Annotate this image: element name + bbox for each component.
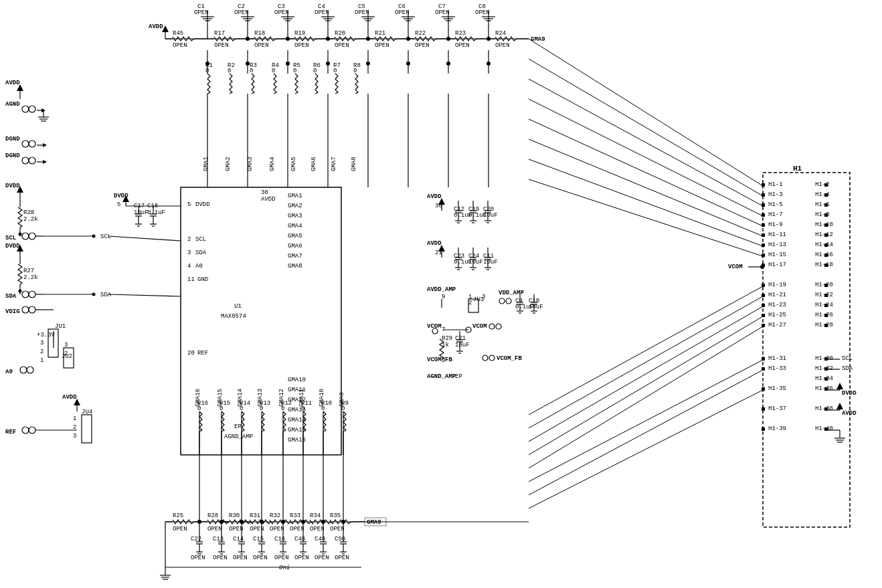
- svg-text:U1: U1: [234, 303, 242, 310]
- svg-text:GMA13: GMA13: [257, 389, 264, 407]
- svg-rect-653: [824, 367, 828, 371]
- svg-text:C49: C49: [315, 536, 325, 543]
- svg-text:H1-36: H1-36: [815, 385, 833, 392]
- svg-text:H1-21: H1-21: [768, 292, 786, 298]
- svg-text:C18: C18: [147, 203, 158, 209]
- svg-text:R31: R31: [250, 512, 260, 519]
- svg-text:R19: R19: [294, 30, 305, 37]
- svg-text:AVDD: AVDD: [427, 193, 442, 200]
- svg-rect-636: [762, 314, 765, 317]
- svg-text:DVDD: DVDD: [842, 390, 857, 397]
- svg-rect-628: [762, 223, 765, 227]
- svg-text:DVDD: DVDD: [195, 201, 210, 208]
- svg-text:OPEN: OPEN: [173, 42, 187, 49]
- svg-text:R28: R28: [207, 512, 218, 519]
- svg-point-367: [246, 62, 250, 66]
- svg-rect-655: [824, 387, 828, 391]
- svg-text:A0: A0: [5, 369, 13, 375]
- svg-point-371: [406, 62, 410, 66]
- svg-text:OPEN: OPEN: [310, 526, 325, 532]
- svg-text:AVDD: AVDD: [427, 240, 442, 247]
- svg-text:OPEN: OPEN: [294, 42, 309, 49]
- svg-text:R24: R24: [495, 30, 506, 37]
- svg-rect-630: [762, 243, 765, 247]
- svg-text:2: 2: [187, 236, 191, 243]
- svg-text:AVDD: AVDD: [149, 23, 163, 30]
- svg-rect-656: [762, 357, 765, 361]
- svg-text:0: 0: [313, 68, 317, 74]
- svg-text:OPEN: OPEN: [495, 42, 510, 49]
- svg-text:AGND: AGND: [5, 101, 20, 108]
- svg-text:R25: R25: [173, 512, 183, 519]
- svg-text:GND: GND: [197, 276, 208, 283]
- svg-text:H1-3: H1-3: [768, 191, 783, 198]
- svg-text:GMA8: GMA8: [351, 157, 357, 171]
- svg-rect-637: [762, 324, 765, 327]
- svg-text:GMA9: GMA9: [339, 392, 345, 407]
- svg-text:R23: R23: [455, 30, 466, 37]
- svg-rect-641: [824, 213, 828, 217]
- svg-rect-645: [824, 254, 828, 257]
- svg-text:VCOM_FB: VCOM_FB: [427, 357, 452, 363]
- svg-text:C14: C14: [233, 536, 244, 543]
- svg-text:H1-15: H1-15: [768, 252, 786, 258]
- svg-text:3: 3: [64, 342, 68, 349]
- svg-text:OPEN: OPEN: [355, 9, 369, 16]
- svg-text:R18: R18: [254, 30, 265, 37]
- svg-text:H1-25: H1-25: [768, 312, 786, 318]
- svg-text:H1-28: H1-28: [815, 322, 833, 328]
- svg-text:3: 3: [482, 294, 485, 300]
- svg-rect-662: [824, 427, 828, 431]
- svg-text:R35: R35: [330, 512, 341, 519]
- svg-text:GMA6: GMA6: [311, 157, 317, 171]
- svg-text:AVDD: AVDD: [261, 196, 276, 203]
- svg-point-370: [366, 62, 370, 66]
- svg-text:0: 0: [293, 68, 296, 74]
- svg-rect-633: [762, 284, 765, 287]
- svg-text:VCOM: VCOM: [728, 264, 743, 270]
- svg-text:H1-7: H1-7: [768, 211, 783, 218]
- svg-text:H1-31: H1-31: [768, 355, 786, 362]
- svg-rect-647: [824, 284, 828, 287]
- svg-rect-657: [762, 367, 765, 371]
- svg-text:10uF: 10uF: [134, 209, 149, 216]
- svg-text:H1-26: H1-26: [815, 312, 833, 318]
- svg-text:OPEN: OPEN: [335, 42, 349, 49]
- svg-point-540: [92, 235, 96, 238]
- svg-text:H1-27: H1-27: [768, 322, 786, 328]
- svg-text:SCL: SCL: [5, 235, 16, 241]
- svg-text:OPEN: OPEN: [207, 526, 222, 532]
- svg-text:R30: R30: [229, 512, 240, 519]
- svg-text:C48: C48: [294, 536, 305, 543]
- svg-text:R22: R22: [415, 30, 426, 37]
- svg-text:OPEN: OPEN: [194, 9, 209, 16]
- svg-text:OPEN: OPEN: [475, 9, 490, 16]
- svg-rect-626: [762, 203, 765, 207]
- svg-text:30: 30: [261, 189, 268, 196]
- svg-text:H1-39: H1-39: [768, 425, 786, 432]
- svg-text:30: 30: [435, 203, 442, 209]
- svg-rect-629: [762, 233, 765, 237]
- svg-text:GMA7: GMA7: [288, 253, 302, 260]
- svg-text:0.1uF: 0.1uF: [147, 209, 165, 216]
- svg-text:REF: REF: [197, 350, 208, 357]
- svg-text:SDA: SDA: [5, 293, 17, 300]
- svg-rect-638: [824, 183, 828, 187]
- svg-text:3: 3: [187, 250, 191, 256]
- svg-text:R33: R33: [290, 512, 300, 519]
- svg-text:AGND_AMP: AGND_AMP: [224, 433, 253, 440]
- svg-text:OPEN: OPEN: [335, 555, 349, 561]
- svg-text:VDIG: VDIG: [5, 308, 20, 315]
- svg-text:2.2k: 2.2k: [23, 216, 38, 223]
- svg-text:H1-40: H1-40: [815, 425, 833, 432]
- svg-text:REF: REF: [5, 429, 16, 435]
- schematic-container: C1 OPEN C2 OPEN C3 OPEN C4 OPEN C5 OPEN …: [0, 0, 882, 588]
- svg-text:OPEN: OPEN: [229, 526, 244, 532]
- svg-rect-635: [762, 304, 765, 307]
- svg-text:GMA12: GMA12: [278, 389, 285, 407]
- svg-text:AGND_AMP: AGND_AMP: [427, 373, 456, 380]
- svg-text:SCL: SCL: [195, 236, 206, 243]
- svg-text:DGND: DGND: [5, 136, 20, 142]
- svg-rect-642: [824, 223, 828, 227]
- svg-text:GMA2: GMA2: [288, 203, 302, 209]
